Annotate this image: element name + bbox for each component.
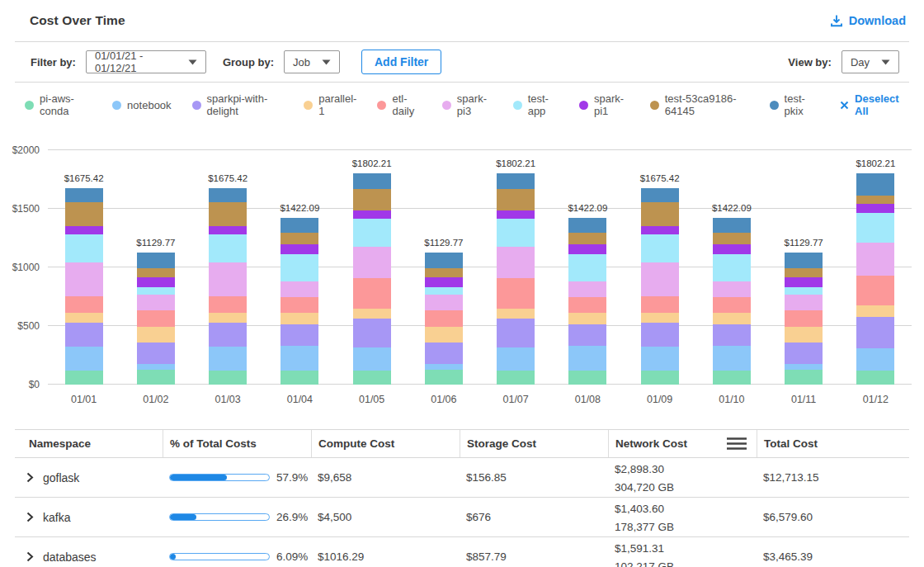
column-header-namespace: Namespace [15,430,163,457]
bar-segment-notebook [713,346,751,370]
column-header-network-cost: Network Cost [608,430,757,457]
network-cost-value: $2,898.30 [615,461,757,479]
chevron-right-icon[interactable] [26,512,34,522]
group-by-label: Group by: [223,56,274,69]
download-label: Download [849,14,906,27]
bar-segment-test-app [785,287,823,295]
bar-segment-parallel-1 [65,313,103,323]
add-filter-button[interactable]: Add Filter [361,50,441,74]
column-menu-icon[interactable] [727,437,747,450]
download-button[interactable]: Download [830,14,906,27]
legend-item-pi-aws-conda[interactable]: pi-aws-conda [25,92,92,117]
legend-item-test-53ca9186-64145[interactable]: test-53ca9186-64145 [650,92,749,117]
legend-item-label: test-pkix [785,92,817,117]
bar-segment-etl-daily [497,278,535,309]
y-axis-tick-label: $500 [2,320,40,332]
bar-segment-notebook [209,347,247,371]
bar-segment-notebook [856,348,894,371]
column-header-storage-cost: Storage Cost [460,430,608,457]
table-row-kafka: kafka26.9%$4,500$676$1,403.60178,377 GB$… [15,498,909,537]
bar-segment-sparkpi-with-delight [497,319,535,347]
bar-segment-sparkpi-with-delight [641,323,679,347]
bar-segment-test-pkix [353,173,391,188]
legend-swatch-icon [25,101,34,110]
legend-item-spark-pi3[interactable]: spark-pi3 [442,92,493,117]
namespace-cell: goflask [15,471,163,484]
stacked-bar [856,173,894,385]
bar-segment-test-pkix [65,188,103,202]
x-axis-tick-label: 01/10 [695,394,767,405]
bar-segment-test-53ca9186-64145 [568,233,606,244]
legend-swatch-icon [579,101,588,110]
bar-segment-etl-daily [713,297,751,313]
bar-segment-test-53ca9186-64145 [137,268,175,277]
legend-swatch-icon [513,101,522,110]
legend-item-label: spark-pi3 [457,92,493,117]
bar-segment-pi-aws-conda [137,370,175,385]
chevron-right-icon[interactable] [26,472,34,483]
legend-item-test-pkix[interactable]: test-pkix [770,92,817,117]
pct-label: 57.9% [276,471,308,484]
legend-item-sparkpi-with-delight[interactable]: sparkpi-with-delight [192,92,284,117]
deselect-all-button[interactable]: Deselect All [840,92,908,117]
stacked-bar [137,253,175,385]
storage-cost-cell: $156.85 [460,471,608,484]
bar-segment-test-app [497,219,535,247]
bar-segment-etl-daily [425,310,463,327]
bar-segment-pi-aws-conda [65,371,103,385]
bar-segment-pi-aws-conda [353,371,391,385]
bar-segment-test-53ca9186-64145 [497,189,535,211]
network-cost-cell: $1,403.60178,377 GB [608,498,757,536]
bar-segment-test-53ca9186-64145 [785,268,823,277]
bar-segment-test-app [856,213,894,242]
x-axis-tick-label: 01/04 [264,394,336,405]
bar-segment-spark-pi1 [497,210,535,219]
bar-total-label: $1802.21 [496,158,535,168]
bar-segment-notebook [353,347,391,371]
bar-segment-sparkpi-with-delight [65,323,103,347]
bar-segment-test-53ca9186-64145 [65,202,103,226]
total-cost-cell: $3,465.39 [757,550,909,563]
stacked-bar [280,218,318,385]
stacked-bar [785,253,823,385]
bar-segment-sparkpi-with-delight [425,343,463,364]
bar-segment-test-app [209,234,247,262]
bar-segment-etl-daily [209,296,247,313]
bar-total-label: $1129.77 [424,238,463,248]
bar-segment-pi-aws-conda [209,371,247,385]
bar-segment-test-pkix [280,218,318,233]
group-by-select[interactable]: Job [284,50,340,73]
legend-swatch-icon [442,101,451,110]
bar-segment-test-app [568,254,606,281]
view-by-select[interactable]: Day [842,50,899,73]
legend-swatch-icon [304,101,313,110]
legend-item-notebook[interactable]: notebook [112,99,172,111]
progress-bar [169,513,270,521]
x-axis-tick-label: 01/02 [120,394,191,405]
stacked-bar [568,218,606,385]
total-cost-cell: $6,579.60 [757,511,909,523]
legend-item-etl-daily[interactable]: etl-daily [377,92,421,117]
legend-item-label: parallel-1 [318,92,356,117]
bar-segment-test-53ca9186-64145 [856,196,894,204]
bar-segment-sparkpi-with-delight [785,343,823,364]
y-axis-tick-label: $1500 [2,203,40,215]
bar-segment-notebook [568,346,606,370]
bar-column-01/07: $1802.2101/07 [480,150,552,385]
legend-item-test-app[interactable]: test-app [513,92,559,117]
bar-total-label: $1129.77 [785,238,823,248]
network-cost-cell: $1,591.31102,217 GB [608,538,757,567]
legend-item-spark-pi1[interactable]: spark-pi1 [579,92,629,117]
date-range-select[interactable]: 01/01/21 - 01/12/21 [86,50,206,73]
cost-table: Namespace% of Total CostsCompute CostSto… [15,429,909,567]
legend-item-parallel-1[interactable]: parallel-1 [304,92,356,117]
chevron-right-icon[interactable] [26,551,34,562]
column-header-%-of-total-costs: % of Total Costs [163,430,311,457]
stacked-bar [497,173,535,385]
chevron-down-icon [188,59,197,65]
bar-segment-test-pkix [785,253,823,269]
bar-segment-spark-pi3 [209,262,247,296]
y-axis-tick-label: $2000 [2,144,40,156]
bar-segment-spark-pi1 [785,277,823,287]
bar-segment-test-app [641,234,679,262]
